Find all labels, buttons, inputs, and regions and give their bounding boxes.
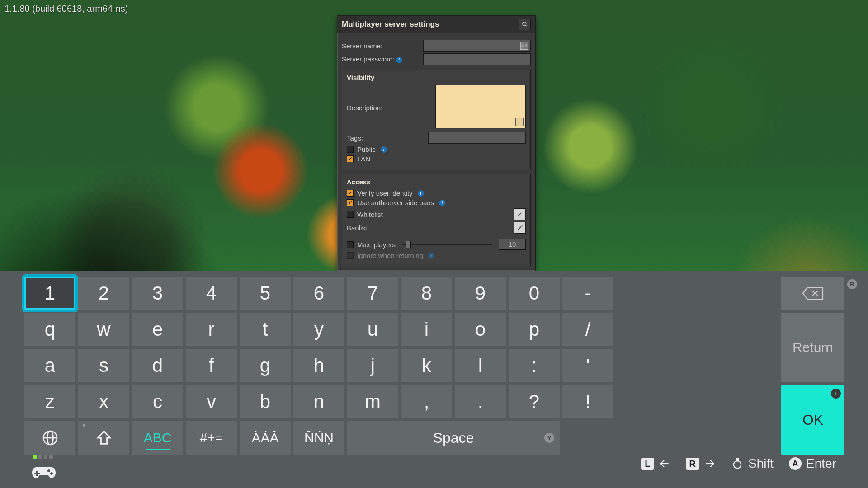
key-5[interactable]: 5 xyxy=(240,277,291,310)
svg-point-9 xyxy=(50,472,53,475)
backspace-key[interactable]: B xyxy=(781,277,844,310)
key-k[interactable]: k xyxy=(401,349,452,382)
key-2[interactable]: 2 xyxy=(78,277,129,310)
key-l[interactable]: l xyxy=(455,349,506,382)
key-r[interactable]: r xyxy=(186,313,237,346)
info-icon[interactable]: i xyxy=(396,57,402,63)
tags-input[interactable] xyxy=(428,132,526,144)
server-password-input[interactable] xyxy=(423,53,531,65)
key-x[interactable]: x xyxy=(78,385,129,418)
tags-label: Tags: xyxy=(347,134,428,142)
key-?[interactable]: ? xyxy=(509,385,560,418)
visibility-header: Visibility xyxy=(347,74,526,81)
key-v[interactable]: v xyxy=(186,385,237,418)
key--[interactable]: - xyxy=(562,277,613,310)
maxplayers-value[interactable]: 10 xyxy=(499,239,526,250)
maxplayers-slider[interactable] xyxy=(402,244,492,245)
key-/[interactable]: / xyxy=(562,313,613,346)
key-c[interactable]: c xyxy=(132,385,183,418)
key-n[interactable]: n xyxy=(293,385,344,418)
info-icon[interactable]: i xyxy=(428,253,434,259)
key-e[interactable]: e xyxy=(132,313,183,346)
key-8[interactable]: 8 xyxy=(401,277,452,310)
slider-thumb-icon xyxy=(406,241,411,248)
hint-shift: Shift xyxy=(731,456,774,471)
key-'[interactable]: ' xyxy=(562,349,613,382)
whitelist-label: Whitelist xyxy=(357,211,383,218)
onscreen-keyboard: 1234567890- qwertyuiop/ asdfghjkl:' zxcv… xyxy=(0,271,868,488)
verify-label: Verify user identity xyxy=(357,189,413,197)
access-header: Access xyxy=(347,178,526,186)
key-h[interactable]: h xyxy=(293,349,344,382)
ok-key[interactable]: OK + xyxy=(781,385,844,455)
key-p[interactable]: p xyxy=(509,313,560,346)
key-,[interactable]: , xyxy=(401,385,452,418)
search-icon[interactable] xyxy=(519,19,531,30)
key-6[interactable]: 6 xyxy=(293,277,344,310)
key-1[interactable]: 1 xyxy=(24,277,75,310)
key-3[interactable]: 3 xyxy=(132,277,183,310)
pencil-icon[interactable] xyxy=(514,208,526,220)
pencil-icon[interactable] xyxy=(514,222,526,234)
image-icon[interactable] xyxy=(515,118,524,126)
controller-icon xyxy=(32,447,56,480)
return-key[interactable]: Return xyxy=(781,313,844,382)
description-input[interactable] xyxy=(435,85,526,128)
svg-point-8 xyxy=(47,469,50,472)
key-j[interactable]: j xyxy=(347,349,398,382)
checkbox-icon xyxy=(347,190,354,197)
key-t[interactable]: t xyxy=(240,313,291,346)
key-i[interactable]: i xyxy=(401,313,452,346)
image-icon[interactable] xyxy=(520,42,528,50)
keyboard-hints: L R Shift A Enter xyxy=(0,447,868,480)
key-o[interactable]: o xyxy=(455,313,506,346)
svg-rect-15 xyxy=(736,458,739,461)
svg-point-14 xyxy=(734,461,741,468)
version-text: 1.1.80 (build 60618, arm64-ns) xyxy=(5,4,128,14)
info-icon[interactable]: i xyxy=(418,190,424,197)
whitelist-checkbox[interactable]: Whitelist xyxy=(347,208,526,220)
maxplayers-checkbox[interactable]: Max. players xyxy=(347,241,396,249)
key-f[interactable]: f xyxy=(186,349,237,382)
public-checkbox[interactable]: Public i xyxy=(347,145,526,153)
key-b[interactable]: b xyxy=(240,385,291,418)
hint-r-right: R xyxy=(686,458,716,470)
key-.[interactable]: . xyxy=(455,385,506,418)
key-9[interactable]: 9 xyxy=(455,277,506,310)
key-q[interactable]: q xyxy=(24,313,75,346)
authbans-checkbox[interactable]: Use authserver side bans i xyxy=(347,199,526,206)
key-d[interactable]: d xyxy=(132,349,183,382)
key-w[interactable]: w xyxy=(78,313,129,346)
key-m[interactable]: m xyxy=(347,385,398,418)
key-u[interactable]: u xyxy=(347,313,398,346)
key-4[interactable]: 4 xyxy=(186,277,237,310)
key-g[interactable]: g xyxy=(240,349,291,382)
ignore-returning-checkbox[interactable]: Ignore when returning i xyxy=(347,252,526,259)
key-z[interactable]: z xyxy=(24,385,75,418)
server-name-input[interactable] xyxy=(423,40,531,52)
b-badge-icon: B xyxy=(847,279,857,289)
svg-point-0 xyxy=(523,22,526,26)
y-badge-icon: Y xyxy=(544,433,554,443)
verify-checkbox[interactable]: Verify user identity i xyxy=(347,189,526,197)
visibility-section: Visibility Description: Tags: Public i L… xyxy=(342,70,531,169)
key-![interactable]: ! xyxy=(562,385,613,418)
checkbox-icon xyxy=(347,241,354,248)
checkbox-icon xyxy=(347,146,354,153)
info-icon[interactable]: i xyxy=(381,146,387,153)
key-:[interactable]: : xyxy=(509,349,560,382)
access-section: Access Verify user identity i Use authse… xyxy=(342,174,531,266)
space-label: Space xyxy=(433,430,474,446)
svg-rect-11 xyxy=(34,473,40,474)
key-s[interactable]: s xyxy=(78,349,129,382)
lan-checkbox[interactable]: LAN xyxy=(347,155,526,163)
info-icon[interactable]: i xyxy=(439,200,445,206)
key-a[interactable]: a xyxy=(24,349,75,382)
key-0[interactable]: 0 xyxy=(509,277,560,310)
key-y[interactable]: y xyxy=(293,313,344,346)
server-name-label: Server name: xyxy=(342,42,423,50)
description-label: Description: xyxy=(347,104,428,112)
authbans-label: Use authserver side bans xyxy=(357,199,434,206)
key-7[interactable]: 7 xyxy=(347,277,398,310)
checkbox-icon xyxy=(347,155,354,162)
